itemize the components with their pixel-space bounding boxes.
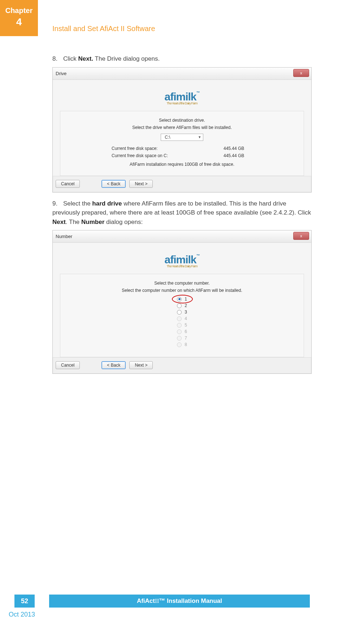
- dialog-title: Number: [56, 234, 72, 239]
- panel-heading: Select destination drive.: [65, 118, 299, 123]
- footer-title-ii: II: [155, 597, 159, 605]
- step-text: Select the: [63, 200, 92, 207]
- back-button[interactable]: < Back: [101, 180, 126, 188]
- page-content: 8.Click Next. The Drive dialog opens. Dr…: [52, 54, 312, 380]
- logo-wrap: afimilk™ The Heart of the Dairy Farm: [60, 246, 304, 274]
- chapter-tab: Chapter 4: [0, 0, 38, 36]
- step-bold: Number: [81, 219, 104, 225]
- logo-wrap: afimilk™ The Heart of the Dairy Farm: [60, 83, 304, 111]
- step-bold: Next: [52, 219, 66, 225]
- radio-option-7: 7: [177, 335, 187, 341]
- back-button[interactable]: < Back: [101, 361, 126, 369]
- panel-heading: Select the computer number.: [65, 281, 299, 286]
- afimilk-logo: afimilk™ The Heart of the Dairy Farm: [164, 254, 199, 268]
- radio-option-3[interactable]: 3: [177, 309, 187, 315]
- afimilk-logo: afimilk™ The Heart of the Dairy Farm: [164, 91, 199, 105]
- next-button[interactable]: Next >: [129, 361, 153, 369]
- drive-panel: Select destination drive. Select the dri…: [60, 111, 304, 176]
- radio-option-5: 5: [177, 322, 187, 328]
- dialog-button-bar: Cancel < Back Next >: [53, 176, 311, 192]
- radio-label: 4: [185, 316, 187, 321]
- dialog-titlebar: Drive x: [53, 68, 311, 80]
- dialog-body: afimilk™ The Heart of the Dairy Farm Sel…: [53, 80, 311, 176]
- close-icon: x: [300, 234, 302, 238]
- radio-option-6: 6: [177, 328, 187, 335]
- step-9: 9.Select the hard drive where AfiFarm fi…: [52, 199, 312, 227]
- radio-icon: [177, 323, 182, 328]
- step-bold: Next.: [78, 55, 94, 62]
- radio-icon: [177, 310, 182, 315]
- step-text: Click: [63, 55, 78, 62]
- cancel-button[interactable]: Cancel: [56, 180, 80, 188]
- radio-label: 2: [185, 303, 187, 308]
- free-space-c-label: Current free disk space on C:: [112, 153, 184, 158]
- computer-number-radios: 12345678: [177, 296, 187, 348]
- free-space-c-row: Current free disk space on C: 445.44 GB: [65, 153, 299, 158]
- logo-tm: ™: [196, 91, 200, 95]
- footer-date: Oct 2013: [9, 611, 35, 618]
- panel-subheading: Select the computer number on which AfiF…: [65, 288, 299, 293]
- logo-tagline: The Heart of the Dairy Farm: [164, 101, 199, 105]
- dialog-button-bar: Cancel < Back Next >: [53, 357, 311, 373]
- footer-bar: 52 AfiAct II ™ Installation Manual: [0, 595, 364, 608]
- step-text: dialog opens:: [104, 219, 143, 225]
- number-dialog: Number x afimilk™ The Heart of the Dairy…: [52, 230, 312, 374]
- cancel-button[interactable]: Cancel: [56, 361, 80, 369]
- dialog-title: Drive: [56, 71, 66, 76]
- radio-option-1[interactable]: 1: [177, 296, 187, 302]
- section-title: Install and Set AfiAct II Software: [52, 25, 155, 33]
- radio-option-8: 8: [177, 341, 187, 348]
- radio-label: 3: [185, 310, 187, 315]
- footer-title-post: ™ Installation Manual: [159, 597, 222, 605]
- drive-select[interactable]: C:\: [161, 134, 203, 141]
- step-number: 8.: [52, 54, 63, 64]
- next-button[interactable]: Next >: [129, 180, 153, 188]
- chapter-number: 4: [0, 16, 38, 28]
- close-button[interactable]: x: [293, 232, 309, 240]
- free-space-value: 445.44 GB: [224, 146, 252, 151]
- radio-label: 8: [185, 342, 187, 347]
- page-number: 52: [14, 595, 35, 608]
- free-space-c-value: 445.44 GB: [224, 153, 252, 158]
- footer-title-pre: AfiAct: [137, 597, 155, 605]
- radio-icon: [177, 329, 182, 334]
- number-panel: Select the computer number. Select the c…: [60, 274, 304, 357]
- radio-icon: [177, 316, 182, 321]
- drive-dialog: Drive x afimilk™ The Heart of the Dairy …: [52, 67, 312, 193]
- close-button[interactable]: x: [293, 69, 309, 77]
- dialog-titlebar: Number x: [53, 230, 311, 243]
- radio-icon: [177, 336, 182, 341]
- step-text: The Drive dialog opens.: [93, 55, 160, 62]
- radio-label: 5: [185, 323, 187, 328]
- step-bold: hard drive: [92, 200, 122, 207]
- radio-icon: [177, 342, 182, 347]
- dialog-body: afimilk™ The Heart of the Dairy Farm Sel…: [53, 243, 311, 357]
- radio-option-4: 4: [177, 315, 187, 322]
- free-space-label: Current free disk space:: [112, 146, 184, 151]
- close-icon: x: [300, 71, 302, 75]
- radio-icon: [177, 303, 182, 308]
- footer-title: AfiAct II ™ Installation Manual: [49, 595, 310, 608]
- chapter-label: Chapter: [0, 7, 38, 15]
- step-number: 9.: [52, 199, 63, 208]
- radio-label: 1: [185, 297, 187, 302]
- logo-text: afimilk: [164, 91, 196, 103]
- panel-subheading: Select the drive where AfiFarm files wil…: [65, 125, 299, 130]
- logo-tagline: The Heart of the Dairy Farm: [164, 264, 199, 268]
- space-requirement: AfiFarm installation requires 100GB of f…: [65, 162, 299, 167]
- radio-label: 7: [185, 336, 187, 341]
- step-text: . The: [66, 219, 81, 225]
- radio-label: 6: [185, 329, 187, 334]
- free-space-row: Current free disk space: 445.44 GB: [65, 146, 299, 151]
- logo-text: afimilk: [164, 254, 196, 265]
- step-8: 8.Click Next. The Drive dialog opens.: [52, 54, 312, 64]
- radio-icon: [177, 297, 182, 302]
- logo-tm: ™: [196, 254, 200, 258]
